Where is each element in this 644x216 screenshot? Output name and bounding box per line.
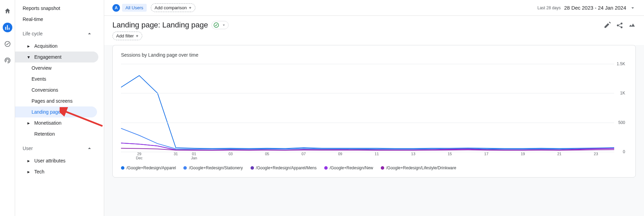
nav-realtime[interactable]: Real-time (15, 14, 97, 25)
report-status-pill[interactable] (211, 21, 229, 29)
date-range-picker[interactable]: Last 28 days 28 Dec 2023 - 24 Jan 2024 (537, 5, 636, 11)
nav-engagement-overview[interactable]: Overview (15, 62, 97, 73)
nav-label: User attributes (34, 158, 65, 163)
icon-rail (0, 0, 15, 216)
nav-section-label: Life cycle (23, 31, 42, 36)
nav-acquisition[interactable]: ▸ Acquisition (15, 41, 98, 52)
main-content: A All Users Add comparison + Last 28 day… (104, 0, 644, 216)
customize-report-icon[interactable] (604, 21, 611, 29)
pill-label: Add comparison (155, 5, 187, 10)
nav-engagement-events[interactable]: Events (15, 73, 97, 84)
add-comparison-button[interactable]: Add comparison + (151, 3, 195, 12)
legend-item[interactable]: /Google+Redesign/New (324, 166, 373, 170)
chart-title: Sessions by Landing page over time (121, 52, 627, 58)
x-tick-label: 03 (229, 152, 233, 156)
x-tick-label: 05 (265, 152, 269, 156)
legend-label: /Google+Redesign/Apparel/Mens (256, 166, 317, 170)
nav-section-lifecycle[interactable]: Life cycle (15, 25, 97, 41)
nav-section-label: User (23, 146, 33, 151)
side-nav: Reports snapshot Real-time Life cycle ▸ … (15, 0, 104, 216)
nav-label: Monetisation (34, 120, 61, 126)
nav-monetisation[interactable]: ▸ Monetisation (15, 117, 98, 128)
page-title: Landing page: Landing page (112, 21, 208, 30)
chevron-up-icon (86, 145, 93, 152)
caret-right-icon: ▸ (27, 120, 31, 126)
legend-label: /Google+Redesign/Lifestyle/Drinkware (386, 166, 456, 170)
nav-tech[interactable]: ▸ Tech (15, 166, 98, 177)
explore-icon[interactable] (3, 39, 12, 49)
caret-right-icon: ▸ (27, 158, 31, 163)
x-tick-label: 09 (338, 152, 342, 156)
header-actions (604, 21, 636, 29)
legend-item[interactable]: /Google+Redesign/Stationery (183, 166, 243, 170)
chart-legend: /Google+Redesign/Apparel/Google+Redesign… (121, 166, 627, 170)
nav-engagement-landing-page[interactable]: Landing page (15, 106, 97, 117)
y-tick-label: 1.5K (617, 61, 625, 66)
line-chart[interactable]: 29Dec3101Jan0305070911131517192123 05001… (121, 64, 627, 160)
x-tick-label: 13 (411, 152, 415, 156)
legend-item[interactable]: /Google+Redesign/Lifestyle/Drinkware (381, 166, 456, 170)
legend-label: /Google+Redesign/Apparel (126, 166, 176, 170)
chart-card: Sessions by Landing page over time 29Dec… (112, 45, 636, 178)
x-tick-label: 21 (557, 152, 561, 156)
caret-right-icon: ▸ (27, 43, 31, 49)
caret-right-icon: ▸ (27, 169, 31, 174)
add-filter-button[interactable]: Add filter + (112, 32, 142, 40)
nav-user-attributes[interactable]: ▸ User attributes (15, 155, 98, 166)
legend-swatch (324, 166, 328, 170)
nav-label: Landing page (32, 109, 61, 115)
legend-label: /Google+Redesign/New (330, 166, 373, 170)
top-bar: A All Users Add comparison + Last 28 day… (104, 0, 644, 16)
legend-swatch (251, 166, 254, 170)
caret-down-icon: ▾ (27, 54, 31, 60)
pill-label: Add filter (116, 33, 134, 38)
x-tick-label: 15 (448, 152, 452, 156)
nav-label: Retention (34, 131, 55, 137)
y-tick-label: 0 (623, 149, 625, 154)
filter-row: Add filter + (104, 32, 644, 45)
page-header: Landing page: Landing page (104, 16, 644, 32)
report-canvas: Sessions by Landing page over time 29Dec… (104, 45, 644, 216)
nav-label: Acquisition (34, 43, 58, 49)
nav-engagement[interactable]: ▾ Engagement (15, 52, 98, 62)
nav-reports-snapshot[interactable]: Reports snapshot (15, 3, 97, 14)
x-tick-label: 11 (375, 152, 379, 156)
legend-swatch (381, 166, 384, 170)
plus-icon: + (136, 33, 138, 38)
chevron-down-icon (221, 23, 226, 27)
legend-label: /Google+Redesign/Stationery (189, 166, 243, 170)
nav-label: Engagement (34, 54, 61, 60)
segment-badge[interactable]: A (112, 4, 120, 12)
nav-section-user[interactable]: User (15, 139, 97, 155)
x-tick-label: 07 (302, 152, 306, 156)
x-tick-label: 29Dec (136, 152, 143, 160)
nav-label: Tech (34, 169, 45, 174)
nav-retention[interactable]: Retention (15, 128, 98, 139)
share-icon[interactable] (616, 21, 623, 29)
plus-icon: + (189, 5, 192, 10)
check-circle-icon (213, 22, 219, 28)
x-tick-label: 17 (484, 152, 488, 156)
legend-item[interactable]: /Google+Redesign/Apparel (121, 166, 176, 170)
nav-engagement-conversions[interactable]: Conversions (15, 84, 97, 95)
x-tick-label: 01Jan (191, 152, 197, 160)
x-tick-label: 31 (174, 152, 178, 156)
date-range-value: 28 Dec 2023 - 24 Jan 2024 (564, 5, 626, 11)
insights-icon[interactable] (628, 21, 636, 29)
legend-swatch (121, 166, 124, 170)
nav-engagement-pages[interactable]: Pages and screens (15, 95, 97, 106)
home-icon[interactable] (3, 6, 12, 16)
y-tick-label: 1K (620, 91, 625, 95)
y-tick-label: 500 (618, 120, 625, 125)
chevron-up-icon (86, 30, 93, 37)
legend-swatch (183, 166, 187, 170)
x-tick-label: 23 (594, 152, 598, 156)
chevron-down-icon (630, 5, 636, 11)
advertising-icon[interactable] (3, 56, 12, 65)
segment-label[interactable]: All Users (122, 4, 147, 12)
legend-item[interactable]: /Google+Redesign/Apparel/Mens (251, 166, 317, 170)
date-range-label: Last 28 days (537, 5, 561, 10)
reports-icon[interactable] (3, 23, 12, 32)
x-tick-label: 19 (521, 152, 525, 156)
